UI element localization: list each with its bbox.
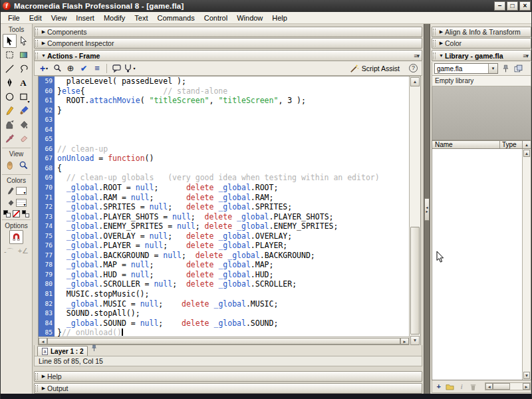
- divider-collapse-handle[interactable]: ◄ ►: [424, 198, 430, 221]
- tool-subselection[interactable]: [17, 34, 31, 48]
- tool-oval[interactable]: [3, 90, 17, 104]
- code-line-64[interactable]: 64: [39, 125, 409, 135]
- code-line-77[interactable]: 77 _global.BACKGROUND = null; delete _gl…: [39, 251, 409, 261]
- code-line-62[interactable]: 62}: [39, 106, 409, 116]
- pin-library-button[interactable]: [500, 64, 511, 74]
- tool-pen[interactable]: [3, 76, 17, 90]
- code-line-73[interactable]: 73 _global.PLAYER_SHOTS = null; delete _…: [39, 212, 409, 222]
- library-vertical-scrollbar[interactable]: ▲ ▼: [522, 149, 531, 380]
- menu-help[interactable]: Help: [267, 13, 292, 23]
- code-line-66[interactable]: 66// clean-up: [39, 144, 409, 154]
- scroll-left-arrow-icon[interactable]: ◄: [39, 338, 47, 344]
- menu-control[interactable]: Control: [200, 13, 232, 23]
- scroll-right-arrow-icon[interactable]: ►: [523, 383, 530, 390]
- find-button[interactable]: [51, 63, 64, 74]
- horizontal-scroll-thumb[interactable]: [47, 338, 400, 344]
- minimize-button[interactable]: –: [494, 1, 505, 11]
- actions-panel-menu-icon[interactable]: ≡▾: [414, 53, 419, 59]
- menu-commands[interactable]: Commands: [152, 13, 199, 23]
- tool-paint-bucket[interactable]: [17, 118, 31, 132]
- scroll-right-arrow-icon[interactable]: ►: [400, 338, 409, 344]
- code-line-61[interactable]: 61 ROOT.attachMovie( "titleScreen", "tit…: [39, 96, 409, 106]
- show-code-hint-button[interactable]: [110, 63, 123, 74]
- code-line-76[interactable]: 76 _global.PLAYER = null; delete _global…: [39, 241, 409, 251]
- actions-panel-header[interactable]: ▼ Actions - Frame ≡▾: [34, 50, 422, 61]
- code-line-80[interactable]: 80 _global.SCROLLER = null; delete _glob…: [39, 279, 409, 289]
- panel-gripper[interactable]: [433, 29, 436, 35]
- code-line-74[interactable]: 74 _global.ENEMY_SPRITES = null; delete …: [39, 221, 409, 231]
- menu-text[interactable]: Text: [130, 13, 152, 23]
- scroll-up-arrow-icon[interactable]: ▲: [410, 77, 420, 86]
- column-header-type[interactable]: Type: [500, 141, 523, 148]
- swap-colors-button[interactable]: [22, 210, 29, 217]
- menu-file[interactable]: File: [3, 13, 25, 23]
- check-syntax-button[interactable]: ✔: [77, 63, 90, 74]
- panel-gripper[interactable]: [35, 373, 38, 380]
- close-button[interactable]: ×: [519, 1, 531, 11]
- properties-button[interactable]: i: [457, 382, 467, 392]
- insert-target-path-button[interactable]: ⊕: [64, 63, 77, 74]
- output-panel-header[interactable]: ▶ Output: [34, 383, 422, 394]
- panel-gripper[interactable]: [35, 29, 38, 35]
- vertical-scroll-thumb[interactable]: [410, 227, 420, 334]
- code-line-78[interactable]: 78 _global.MAP = null; delete _global.MA…: [39, 260, 409, 270]
- scroll-down-arrow-icon[interactable]: ▼: [410, 336, 420, 345]
- code-line-71[interactable]: 71 _global.RAM = null; delete _global.RA…: [39, 193, 409, 203]
- tool-pencil[interactable]: [3, 104, 17, 118]
- scroll-left-arrow-icon[interactable]: ◄: [485, 383, 493, 390]
- library-panel-header[interactable]: ▼ Library - game.fla ≡▾: [432, 50, 531, 61]
- tool-eyedropper[interactable]: [3, 132, 17, 146]
- select-dropdown-arrow-icon[interactable]: ▼: [488, 64, 497, 73]
- panel-gripper[interactable]: [433, 53, 436, 59]
- menu-edit[interactable]: Edit: [25, 13, 47, 23]
- script-tab[interactable]: a Layer 1 : 2: [37, 346, 88, 356]
- code-line-60[interactable]: 60}else{ // stand-alone: [39, 86, 409, 96]
- panel-gripper[interactable]: [35, 385, 38, 392]
- code-line-65[interactable]: 65: [39, 134, 409, 144]
- tool-free-transform[interactable]: [3, 48, 17, 62]
- code-line-72[interactable]: 72 _global.SPRITES = null; delete _globa…: [39, 202, 409, 212]
- scroll-down-arrow-icon[interactable]: ▼: [523, 372, 530, 379]
- sort-order-icon[interactable]: ▲: [523, 143, 531, 147]
- new-symbol-button[interactable]: +: [434, 382, 444, 392]
- code-vertical-scrollbar[interactable]: ▲ ▼: [409, 76, 420, 346]
- horizontal-scroll-thumb[interactable]: [493, 383, 510, 390]
- code-line-59[interactable]: 59 placeLevel( passedLevel );: [39, 76, 409, 86]
- tool-eraser[interactable]: [17, 132, 31, 146]
- menu-insert[interactable]: Insert: [71, 13, 99, 23]
- code-line-67[interactable]: 67onUnload = function(): [39, 154, 409, 164]
- tool-gradient-transform[interactable]: [17, 48, 31, 62]
- title-bar[interactable]: f Macromedia Flash Professional 8 - [gam…: [1, 0, 532, 12]
- tool-selection[interactable]: [3, 34, 17, 48]
- no-color-button[interactable]: [13, 210, 20, 217]
- delete-item-button[interactable]: [468, 382, 478, 392]
- auto-format-button[interactable]: ≡: [90, 63, 104, 74]
- panel-gripper[interactable]: [35, 53, 38, 59]
- panel-gripper[interactable]: [433, 40, 436, 47]
- maximize-button[interactable]: □: [507, 1, 518, 11]
- stroke-color-swatch[interactable]: ▾: [16, 187, 27, 195]
- script-assist-button[interactable]: Script Assist: [350, 64, 400, 73]
- debug-options-button[interactable]: ▾: [123, 63, 136, 74]
- tool-text[interactable]: A: [17, 76, 31, 90]
- black-white-button[interactable]: [3, 210, 11, 217]
- component-inspector-panel-header[interactable]: ▶ Component Inspector: [34, 38, 422, 49]
- menu-modify[interactable]: Modify: [99, 13, 130, 23]
- new-library-window-button[interactable]: [513, 64, 523, 74]
- tool-hand[interactable]: [3, 158, 17, 172]
- code-line-84[interactable]: 84 _global.SOUND = null; delete _global.…: [39, 319, 409, 329]
- help-icon[interactable]: ?: [409, 64, 418, 72]
- menu-window[interactable]: Window: [232, 13, 267, 23]
- code-line-81[interactable]: 81 MUSIC.stopMusic();: [39, 289, 409, 299]
- tool-line[interactable]: [3, 62, 17, 76]
- code-editor[interactable]: 59 placeLevel( passedLevel );60}else{ //…: [39, 76, 409, 338]
- align-info-transform-panel-header[interactable]: ▶ Align & Info & Transform: [432, 27, 531, 37]
- column-header-name[interactable]: Name: [432, 141, 500, 148]
- tool-ink-bottle[interactable]: [3, 118, 17, 132]
- scroll-up-arrow-icon[interactable]: ▲: [523, 150, 530, 157]
- tool-zoom[interactable]: [17, 158, 31, 172]
- menu-view[interactable]: View: [47, 13, 72, 23]
- code-line-82[interactable]: 82 _global.MUSIC = null; delete _global.…: [39, 299, 409, 309]
- code-line-69[interactable]: 69 // clean-up globals (very good idea w…: [39, 173, 409, 183]
- tool-lasso[interactable]: [17, 62, 31, 76]
